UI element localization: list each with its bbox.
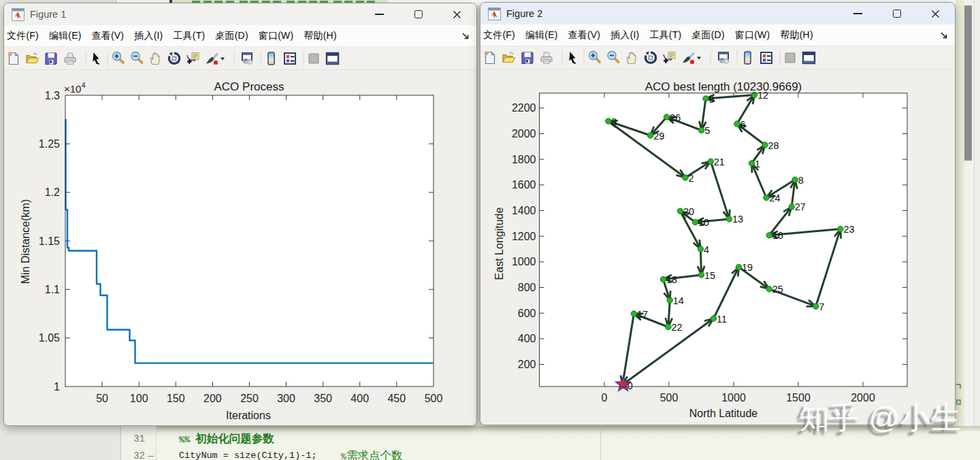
svg-text:18: 18 [666, 274, 677, 285]
svg-text:3: 3 [611, 116, 617, 127]
svg-text:25: 25 [772, 284, 783, 295]
svg-text:15: 15 [704, 270, 715, 281]
svg-text:East Longitude: East Longitude [493, 208, 505, 280]
svg-text:450: 450 [387, 393, 406, 404]
svg-text:1600: 1600 [512, 179, 536, 191]
svg-text:150: 150 [167, 393, 185, 404]
svg-text:21: 21 [714, 157, 725, 167]
svg-text:4: 4 [704, 244, 709, 255]
svg-text:200: 200 [203, 393, 222, 404]
svg-text:1: 1 [755, 159, 760, 169]
svg-text:1000: 1000 [512, 256, 536, 267]
svg-text:29: 29 [653, 131, 664, 142]
svg-text:27: 27 [795, 201, 806, 212]
svg-text:500: 500 [425, 393, 443, 404]
svg-text:1400: 1400 [512, 205, 536, 216]
svg-text:800: 800 [518, 282, 536, 293]
svg-text:1800: 1800 [512, 154, 536, 165]
svg-text:North Latitude: North Latitude [689, 408, 758, 419]
svg-text:13: 13 [732, 214, 743, 225]
svg-text:1: 1 [54, 381, 60, 393]
svg-text:100: 100 [130, 393, 148, 404]
svg-text:10: 10 [698, 217, 709, 228]
svg-text:1.05: 1.05 [39, 332, 60, 344]
svg-text:1.15: 1.15 [39, 235, 60, 247]
svg-text:16: 16 [772, 230, 783, 241]
svg-text:300: 300 [277, 393, 295, 404]
svg-text:8: 8 [798, 175, 804, 186]
svg-text:22: 22 [672, 322, 683, 333]
svg-text:1200: 1200 [512, 231, 536, 242]
svg-text:2: 2 [689, 173, 694, 184]
svg-text:19: 19 [742, 262, 753, 273]
svg-text:×104: ×104 [64, 81, 86, 95]
svg-text:250: 250 [240, 393, 259, 404]
svg-text:6: 6 [740, 119, 746, 130]
svg-text:Min Distance(km): Min Distance(km) [20, 199, 31, 284]
svg-text:26: 26 [670, 112, 681, 123]
svg-text:24: 24 [770, 193, 781, 203]
svg-text:23: 23 [843, 224, 854, 235]
svg-text:14: 14 [673, 295, 684, 306]
svg-text:7: 7 [819, 301, 824, 312]
svg-text:400: 400 [350, 393, 369, 404]
svg-text:5: 5 [704, 125, 710, 136]
svg-text:ACO best length (10230.9669): ACO best length (10230.9669) [645, 80, 802, 93]
svg-text:1.25: 1.25 [39, 138, 60, 150]
svg-text:0: 0 [602, 392, 608, 404]
svg-text:50: 50 [96, 393, 108, 404]
svg-text:ACO Process: ACO Process [214, 80, 284, 93]
svg-text:1.1: 1.1 [45, 284, 60, 295]
svg-text:2000: 2000 [512, 128, 536, 139]
svg-text:Iterations: Iterations [226, 410, 271, 421]
svg-text:9: 9 [709, 94, 715, 105]
svg-text:20: 20 [683, 206, 694, 217]
svg-text:1.3: 1.3 [45, 90, 60, 101]
svg-text:17: 17 [637, 309, 648, 320]
svg-text:28: 28 [768, 140, 779, 151]
svg-text:600: 600 [518, 308, 536, 319]
svg-text:200: 200 [518, 359, 536, 370]
svg-text:2200: 2200 [512, 102, 536, 114]
svg-text:1000: 1000 [721, 392, 746, 404]
svg-text:500: 500 [660, 392, 679, 404]
svg-text:0: 0 [627, 380, 633, 391]
svg-text:1.2: 1.2 [45, 186, 60, 198]
svg-text:11: 11 [717, 314, 727, 325]
svg-text:350: 350 [314, 393, 332, 404]
svg-text:400: 400 [518, 333, 536, 344]
